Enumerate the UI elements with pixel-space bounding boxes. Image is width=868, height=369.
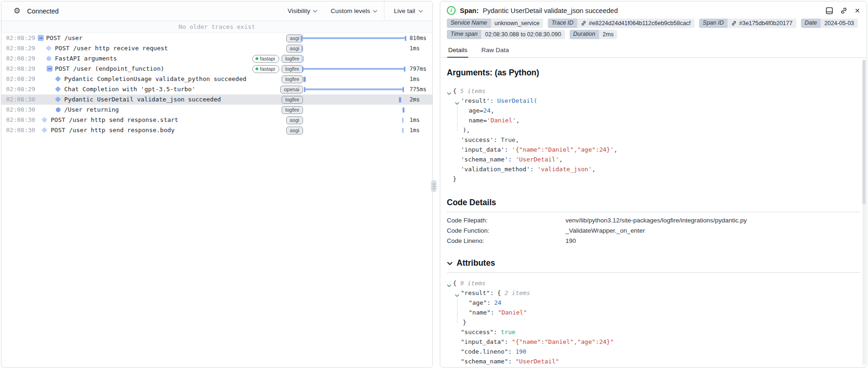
- no-older-traces-banner: No older traces exist: [1, 21, 432, 33]
- duration-bar: [304, 88, 404, 90]
- toggle-icon[interactable]: [38, 35, 44, 41]
- code-line: 'schema_name': 'UserDetail',: [447, 154, 860, 164]
- duration-bar: [403, 107, 404, 113]
- code-line: }: [447, 317, 860, 327]
- code-line: name='Daniel',: [447, 115, 860, 125]
- duration-bar: [302, 56, 304, 61]
- code-detail-value: venv/lib/python3.12/site-packages/logfir…: [565, 215, 747, 226]
- trace-row[interactable]: 02:08:30Pydantic UserDetail validate_jso…: [1, 94, 432, 105]
- diamond-light-icon: [46, 45, 52, 51]
- scope-badge: fastapi: [252, 55, 279, 63]
- row-badges: logfire: [282, 96, 303, 104]
- green-dot-icon: [256, 57, 258, 60]
- trace-row[interactable]: 02:08:29POST /user (endpoint_function)fa…: [1, 64, 432, 74]
- trace-row[interactable]: 02:08:30/User returninglogfire: [1, 105, 432, 115]
- tag-badge: logfire: [282, 106, 303, 114]
- code-detail-row: Code Lineno:190: [440, 236, 867, 246]
- duration-label: 2ms: [410, 96, 420, 103]
- link-icon[interactable]: [840, 7, 848, 14]
- scrollbar-thumb[interactable]: [862, 60, 866, 204]
- meta-badge-value: unknown_service: [491, 19, 544, 28]
- trace-explorer-panel: ⚙ Connected Visibility Custom levels Liv…: [1, 1, 433, 368]
- meta-badge-label: Span ID: [699, 19, 727, 28]
- code-line: 'input_data': '{"name":"Daniel","age":24…: [447, 145, 860, 154]
- close-icon[interactable]: ✕: [855, 7, 860, 14]
- tag-badge: logfire: [282, 65, 303, 73]
- code-detail-label: Code Lineno:: [447, 236, 565, 246]
- row-badges: fastapilogfire: [252, 65, 303, 73]
- span-details-panel: i Span: Pydantic UserDetail validate_jso…: [440, 1, 867, 368]
- tab-raw-data[interactable]: Raw Data: [480, 44, 510, 58]
- code-detail-value: 190: [565, 236, 576, 246]
- trace-timestamp: 02:08:30: [6, 106, 35, 113]
- code-line: { 9 items: [447, 278, 860, 288]
- gear-icon[interactable]: ⚙: [13, 7, 20, 15]
- meta-badge: Time span02:08:30.088 to 02:08:30.090: [447, 30, 565, 39]
- meta-row: Time span02:08:30.088 to 02:08:30.090Dur…: [447, 30, 860, 39]
- trace-row[interactable]: 02:08:29POST /userasgi810ms: [1, 33, 432, 43]
- span-name: POST /user (endpoint_function): [55, 65, 164, 72]
- trace-row[interactable]: 02:08:30POST /user http send response.bo…: [1, 125, 432, 135]
- meta-badge: Date2024-05-03: [801, 19, 858, 28]
- divider: [447, 272, 860, 273]
- trace-row[interactable]: 02:08:29POST /user http receive requesta…: [1, 43, 432, 54]
- dock-panel-icon[interactable]: [826, 7, 833, 14]
- code-detail-value: _ValidateWrapper._on_enter: [565, 226, 645, 236]
- span-name: POST /user: [46, 34, 82, 41]
- trace-row[interactable]: 02:08:30POST /user http send response.st…: [1, 115, 432, 125]
- bar-cap: [304, 87, 305, 92]
- tag-badge: openai: [280, 86, 303, 94]
- duration-track: [301, 105, 407, 115]
- duration-track: [301, 84, 407, 94]
- trace-timestamp: 02:08:30: [6, 96, 35, 103]
- trace-toolbar: ⚙ Connected Visibility Custom levels Liv…: [1, 1, 432, 21]
- duration-label: 797ms: [410, 66, 426, 72]
- tab-details[interactable]: Details: [447, 44, 468, 58]
- row-badges: fastapilogfire: [252, 55, 303, 63]
- diamond-icon: [55, 86, 61, 92]
- duration-bar: [402, 128, 404, 133]
- code-details-list: Code Filepath:venv/lib/python3.12/site-p…: [440, 215, 867, 246]
- trace-row[interactable]: 02:08:29Chat Completion with 'gpt-3.5-tu…: [1, 84, 432, 94]
- bar-cap: [403, 87, 404, 92]
- bar-cap: [302, 67, 303, 72]
- tag-badge: logfire: [282, 55, 303, 63]
- span-name: POST /user http receive request: [55, 45, 168, 52]
- duration-bar: [399, 97, 401, 102]
- duration-label: 1ms: [410, 117, 420, 123]
- trace-timestamp: 02:08:30: [6, 127, 35, 134]
- duration-track: [301, 43, 407, 54]
- scrollbar[interactable]: [862, 59, 866, 365]
- span-meta: Service Nameunknown_serviceTrace ID#e822…: [440, 17, 867, 39]
- row-badges: logfire: [282, 106, 303, 114]
- meta-badge-label: Date: [801, 19, 821, 28]
- live-tail-dropdown[interactable]: Live tail: [384, 1, 432, 20]
- attributes-heading[interactable]: Attributes: [447, 258, 860, 268]
- trace-row[interactable]: 02:08:29FastAPI argumentsfastapilogfire: [1, 54, 432, 64]
- code-line: ),: [447, 125, 860, 135]
- visibility-dropdown[interactable]: Visibility: [281, 7, 324, 14]
- custom-levels-dropdown[interactable]: Custom levels: [324, 7, 384, 14]
- meta-badge-value: 2024-05-03: [821, 19, 858, 28]
- trace-timestamp: 02:08:29: [6, 34, 35, 41]
- diamond-light-icon: [41, 127, 47, 133]
- arguments-python-tree: { 5 items'result': UserDetail(age=24,nam…: [447, 86, 860, 184]
- trace-list: 02:08:29POST /userasgi810ms02:08:29POST …: [1, 33, 432, 135]
- scope-badge: fastapi: [252, 65, 279, 73]
- code-line: "result": { 2 items: [447, 288, 860, 298]
- meta-badge-value[interactable]: #3e175db4f0b20177: [727, 19, 796, 28]
- duration-bar: [303, 68, 405, 70]
- duration-track: [301, 33, 407, 43]
- link-icon: [581, 20, 586, 26]
- panel-resize-handle[interactable]: [431, 180, 437, 192]
- meta-badge-value[interactable]: #e8224d24d41f064b112c6eb9cb58cacf: [577, 19, 694, 28]
- visibility-label: Visibility: [288, 7, 310, 14]
- toggle-icon[interactable]: [47, 66, 53, 72]
- code-line: }: [447, 174, 860, 184]
- trace-row[interactable]: 02:08:29Pydantic CompletionUsage validat…: [1, 74, 432, 84]
- indent-guide: [457, 299, 458, 323]
- chevron-down-icon: [373, 10, 377, 13]
- code-detail-label: Code Filepath:: [447, 215, 565, 226]
- span-header: i Span: Pydantic UserDetail validate_jso…: [440, 1, 867, 17]
- tag-badge: logfire: [282, 75, 303, 83]
